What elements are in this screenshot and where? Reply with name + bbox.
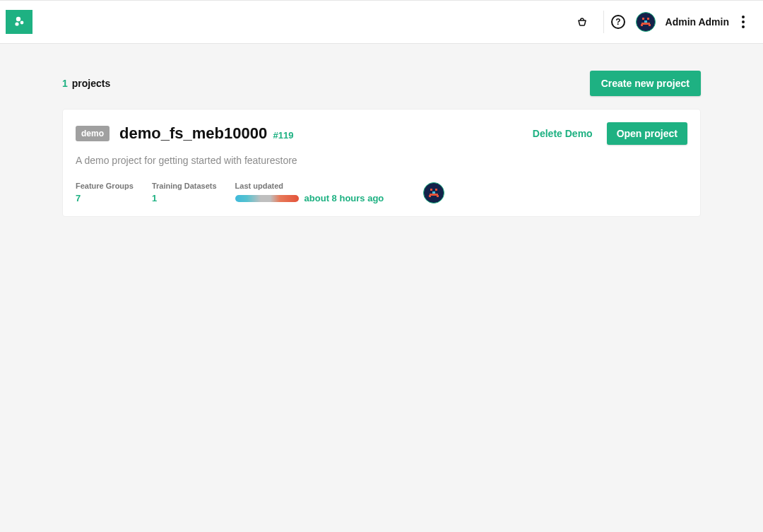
svg-rect-7 [649, 24, 651, 26]
user-avatar[interactable] [636, 12, 656, 32]
help-icon: ? [611, 15, 625, 29]
project-card: demo demo_fs_meb10000 #119 Delete Demo O… [62, 109, 701, 217]
svg-rect-10 [435, 189, 437, 191]
svg-rect-14 [432, 191, 435, 194]
avatar-icon [638, 14, 653, 30]
kebab-dot-icon [742, 16, 745, 18]
basket-button[interactable] [571, 11, 593, 33]
projects-count: 1projects [62, 78, 110, 89]
page-header: 1projects Create new project [62, 71, 701, 96]
svg-rect-6 [641, 24, 643, 26]
member-avatar[interactable] [423, 182, 444, 203]
project-title[interactable]: demo_fs_meb10000 [119, 124, 267, 142]
stat-value: 1 [152, 193, 217, 203]
activity-sparkline-icon [235, 195, 299, 202]
stat-last-updated: Last updated about 8 hours ago [235, 182, 384, 203]
app-logo[interactable] [6, 10, 32, 34]
topbar-right: ? Admin Admin [571, 11, 763, 33]
svg-point-2 [15, 22, 18, 25]
open-project-button[interactable]: Open project [607, 122, 687, 145]
svg-point-0 [16, 17, 20, 21]
stat-label: Feature Groups [76, 182, 134, 190]
project-description: A demo project for getting started with … [76, 155, 687, 166]
delete-demo-button[interactable]: Delete Demo [528, 127, 597, 140]
stat-label: Training Datasets [152, 182, 217, 190]
project-badge: demo [76, 126, 110, 141]
stat-training-datasets: Training Datasets 1 [152, 182, 217, 203]
topbar: ? Admin Admin [0, 0, 763, 44]
projects-count-number: 1 [62, 78, 68, 89]
svg-rect-8 [644, 20, 647, 23]
stat-value: 7 [76, 193, 134, 203]
svg-rect-9 [430, 189, 432, 191]
svg-rect-12 [429, 195, 431, 197]
project-card-header: demo demo_fs_meb10000 #119 Delete Demo O… [76, 122, 687, 145]
project-id: #119 [273, 130, 294, 141]
last-updated-value: about 8 hours ago [304, 193, 384, 203]
basket-icon [576, 16, 588, 28]
svg-point-1 [20, 21, 24, 25]
stat-label: Last updated [235, 182, 384, 190]
help-button[interactable]: ? [603, 11, 626, 33]
projects-count-label: projects [72, 78, 110, 89]
project-stats: Feature Groups 7 Training Datasets 1 Las… [76, 182, 687, 203]
svg-rect-3 [642, 18, 644, 20]
create-project-button[interactable]: Create new project [590, 71, 701, 96]
logo-icon [12, 15, 26, 29]
page-body: 1projects Create new project demo demo_f… [0, 71, 763, 217]
stat-feature-groups: Feature Groups 7 [76, 182, 134, 203]
svg-rect-4 [647, 18, 649, 20]
svg-rect-13 [437, 195, 439, 197]
more-menu-button[interactable] [739, 13, 747, 31]
username-label[interactable]: Admin Admin [666, 16, 729, 28]
kebab-dot-icon [742, 20, 745, 23]
kebab-dot-icon [742, 25, 745, 28]
avatar-icon [426, 185, 442, 201]
